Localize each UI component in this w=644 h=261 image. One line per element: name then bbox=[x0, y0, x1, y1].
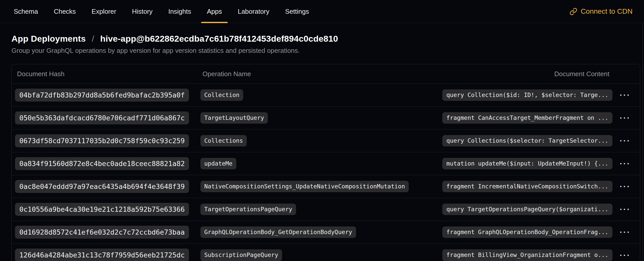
ellipsis-icon: ··· bbox=[620, 228, 631, 237]
main-content: App Deployments / hive-app@b622862ecdba7… bbox=[0, 34, 644, 261]
column-header-operation-name: Operation Name bbox=[200, 70, 442, 78]
nav-tab-history[interactable]: History bbox=[126, 0, 158, 23]
link-icon bbox=[569, 8, 577, 15]
operation-name: updateMe bbox=[200, 158, 236, 170]
table-row: 04bfa72dfb83b297dd8a5b6fed9bafac2b395a0f… bbox=[12, 84, 640, 107]
document-content: mutation updateMe($input: UpdateMeInput!… bbox=[442, 158, 612, 170]
table-row: 126d46a4284abe31c13c78f7959d56eeb21725dc… bbox=[12, 244, 640, 261]
table-row: 0c10556a9be4ca30e19e21c1218a592b75e63366… bbox=[12, 198, 640, 221]
document-hash: 0673df58cd7037117035b2d0c758f59c0c93c259 bbox=[15, 134, 189, 148]
breadcrumb-section: App Deployments bbox=[11, 34, 86, 43]
nav-tab-schema[interactable]: Schema bbox=[8, 0, 43, 23]
top-nav: Schema Checks Explorer History Insights … bbox=[0, 0, 644, 23]
ellipsis-icon: ··· bbox=[620, 205, 631, 214]
table-row: 0673df58cd7037117035b2d0c758f59c0c93c259… bbox=[12, 129, 640, 152]
document-content: query TargetOperationsPageQuery($organiz… bbox=[442, 204, 612, 215]
row-menu-button[interactable]: ··· bbox=[617, 90, 633, 101]
document-hash: 0a834f91560d872e8c4bec0ade18ceec88821a82 bbox=[15, 157, 189, 170]
operation-name: TargetLayoutQuery bbox=[200, 112, 268, 124]
column-header-document-content: Document Content bbox=[442, 70, 611, 78]
breadcrumb-separator: / bbox=[92, 34, 94, 43]
table-row: 0d16928d8572c41ef6e032d2c7c72ccbd6e73baa… bbox=[12, 221, 640, 244]
document-content: fragment BillingView_OrganizationFragmen… bbox=[442, 249, 612, 261]
nav-tab-explorer[interactable]: Explorer bbox=[86, 0, 122, 23]
ellipsis-icon: ··· bbox=[620, 251, 631, 260]
nav-tab-checks[interactable]: Checks bbox=[48, 0, 81, 23]
row-menu-button[interactable]: ··· bbox=[617, 112, 633, 123]
column-header-document-hash: Document Hash bbox=[15, 70, 200, 78]
table-row: 050e5b363dafdcacd6780e706cadf771d06a867c… bbox=[12, 107, 640, 129]
document-hash: 0d16928d8572c41ef6e032d2c7c72ccbd6e73baa bbox=[15, 226, 189, 239]
document-hash: 126d46a4284abe31c13c78f7959d56eeb21725dc bbox=[15, 249, 189, 261]
nav-tab-settings[interactable]: Settings bbox=[280, 0, 315, 23]
row-menu-button[interactable]: ··· bbox=[617, 158, 633, 169]
table-header-row: Document Hash Operation Name Document Co… bbox=[12, 64, 640, 84]
operation-name: Collections bbox=[200, 135, 247, 147]
connect-to-cdn-button[interactable]: Connect to CDN bbox=[569, 7, 633, 15]
row-menu-button[interactable]: ··· bbox=[617, 181, 633, 192]
operation-name: TargetOperationsPageQuery bbox=[200, 204, 296, 215]
ellipsis-icon: ··· bbox=[620, 182, 631, 191]
row-menu-button[interactable]: ··· bbox=[617, 227, 633, 238]
table-row: 0ac8e047eddd97a97eac6435a4b694f4e3648f39… bbox=[12, 175, 640, 198]
document-hash: 04bfa72dfb83b297dd8a5b6fed9bafac2b395a0f bbox=[15, 89, 189, 102]
nav-tabs: Schema Checks Explorer History Insights … bbox=[8, 0, 315, 23]
operation-name: Collection bbox=[200, 89, 243, 101]
document-hash: 0c10556a9be4ca30e19e21c1218a592b75e63366 bbox=[15, 203, 189, 216]
ellipsis-icon: ··· bbox=[620, 136, 631, 145]
deployments-table: Document Hash Operation Name Document Co… bbox=[11, 64, 640, 261]
operation-name: GraphQLOperationBody_GetOperationBodyQue… bbox=[200, 226, 356, 238]
ellipsis-icon: ··· bbox=[620, 159, 631, 168]
row-menu-button[interactable]: ··· bbox=[617, 135, 633, 146]
nav-tab-apps[interactable]: Apps bbox=[201, 0, 227, 23]
row-menu-button[interactable]: ··· bbox=[617, 204, 633, 215]
document-content: fragment GraphQLOperationBody_OperationF… bbox=[442, 226, 612, 238]
breadcrumb-app-name: hive-app@b622862ecdba7c61b78f412453def89… bbox=[100, 34, 338, 43]
page-title: App Deployments / hive-app@b622862ecdba7… bbox=[11, 34, 644, 44]
page-subtitle: Group your GraphQL operations by app ver… bbox=[11, 47, 644, 55]
operation-name: NativeCompositionSettings_UpdateNativeCo… bbox=[200, 181, 409, 192]
scrollbar-edge[interactable] bbox=[642, 23, 643, 261]
table-row: 0a834f91560d872e8c4bec0ade18ceec88821a82… bbox=[12, 152, 640, 175]
document-hash: 0ac8e047eddd97a97eac6435a4b694f4e3648f39 bbox=[15, 180, 189, 193]
connect-to-cdn-label: Connect to CDN bbox=[581, 7, 633, 15]
nav-tab-insights[interactable]: Insights bbox=[163, 0, 197, 23]
operation-name: SubscriptionPageQuery bbox=[200, 249, 282, 261]
document-content: query Collections($selector: TargetSelec… bbox=[442, 135, 612, 147]
ellipsis-icon: ··· bbox=[620, 113, 631, 122]
row-menu-button[interactable]: ··· bbox=[617, 250, 633, 261]
table-body: 04bfa72dfb83b297dd8a5b6fed9bafac2b395a0f… bbox=[12, 84, 640, 261]
document-content: fragment IncrementalNativeCompositionSwi… bbox=[442, 181, 612, 192]
ellipsis-icon: ··· bbox=[620, 91, 631, 100]
app-deployments-page: Schema Checks Explorer History Insights … bbox=[0, 0, 644, 261]
document-content: fragment CanAccessTarget_MemberFragment … bbox=[442, 112, 612, 124]
document-hash: 050e5b363dafdcacd6780e706cadf771d06a867c bbox=[15, 111, 189, 125]
document-content: query Collection($id: ID!, $selector: Ta… bbox=[442, 89, 612, 101]
nav-tab-laboratory[interactable]: Laboratory bbox=[232, 0, 275, 23]
